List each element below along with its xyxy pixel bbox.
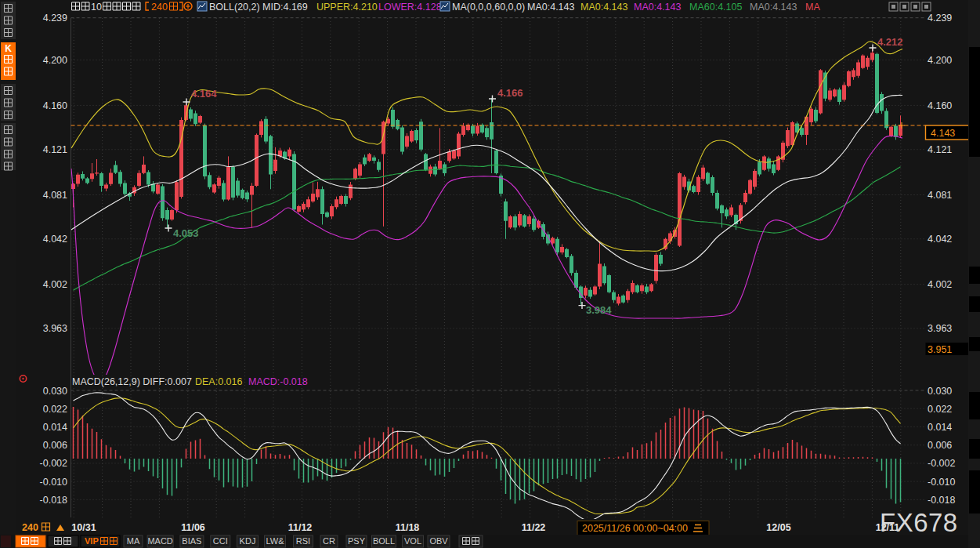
svg-text:MACD: MACD	[147, 536, 172, 546]
svg-text:-0.002: -0.002	[928, 458, 955, 469]
svg-text:LW&: LW&	[266, 536, 284, 546]
svg-text:VOL: VOL	[404, 536, 421, 546]
svg-text:-0.002: -0.002	[40, 458, 67, 469]
svg-text:LOWER:4.128: LOWER:4.128	[378, 2, 442, 13]
svg-text:0.022: 0.022	[43, 404, 67, 415]
svg-text:3.984: 3.984	[586, 304, 612, 316]
svg-text:MACD:-0.018: MACD:-0.018	[248, 376, 308, 387]
svg-text:CR: CR	[323, 536, 335, 546]
svg-text:11/12: 11/12	[288, 522, 313, 533]
svg-text:MA0:4.143: MA0:4.143	[750, 2, 797, 13]
svg-text:MA0:4.143: MA0:4.143	[580, 2, 628, 13]
svg-text:4.002: 4.002	[43, 279, 67, 290]
svg-text:0.022: 0.022	[928, 404, 952, 415]
svg-text:4.143: 4.143	[931, 128, 955, 139]
svg-text:0.014: 0.014	[43, 422, 67, 433]
svg-text:FX678: FX678	[880, 508, 958, 537]
svg-text:MACD(26,12,9) DIFF:0.007: MACD(26,12,9) DIFF:0.007	[72, 376, 192, 387]
svg-text:MA: MA	[805, 2, 820, 13]
svg-text:4.160: 4.160	[43, 100, 67, 111]
svg-text:4.200: 4.200	[928, 55, 952, 66]
svg-text:-0.018: -0.018	[928, 495, 955, 506]
svg-text:4.042: 4.042	[928, 234, 952, 245]
svg-text:-0.010: -0.010	[928, 477, 955, 488]
svg-text:4.081: 4.081	[928, 190, 952, 201]
svg-text:240: 240	[151, 2, 168, 13]
svg-text:3.963: 3.963	[43, 323, 67, 334]
svg-text:4.164: 4.164	[191, 88, 217, 100]
svg-text:0.030: 0.030	[43, 386, 67, 397]
svg-text:4.121: 4.121	[928, 144, 952, 155]
svg-text:4.160: 4.160	[928, 100, 952, 111]
svg-text:MA0:4.143: MA0:4.143	[527, 2, 575, 13]
svg-text:11/22: 11/22	[522, 522, 546, 533]
svg-text:BOLL(20,2) MID:4.169: BOLL(20,2) MID:4.169	[209, 2, 308, 13]
svg-text:4.239: 4.239	[928, 13, 952, 24]
svg-text:OBV: OBV	[429, 536, 448, 546]
svg-text:11/18: 11/18	[396, 522, 420, 533]
svg-text:BOLL: BOLL	[373, 536, 395, 546]
svg-text:VIP: VIP	[85, 536, 99, 546]
svg-text:MA0:4.143: MA0:4.143	[634, 2, 682, 13]
svg-text:DEA:0.016: DEA:0.016	[195, 376, 243, 387]
svg-text:11/06: 11/06	[181, 522, 205, 533]
svg-text:K: K	[5, 43, 12, 54]
svg-text:MA: MA	[127, 536, 140, 546]
svg-text:-0.010: -0.010	[40, 477, 67, 488]
svg-text:-0.018: -0.018	[40, 495, 67, 506]
svg-text:CCI: CCI	[213, 536, 228, 546]
svg-text:3.963: 3.963	[928, 323, 952, 334]
svg-text:3.951: 3.951	[928, 344, 952, 355]
svg-text:MA60:4.105: MA60:4.105	[689, 2, 742, 13]
svg-text:BIAS: BIAS	[182, 536, 201, 546]
svg-text:RSI: RSI	[296, 536, 310, 546]
svg-text:KDJ: KDJ	[240, 536, 256, 546]
svg-text:4.053: 4.053	[173, 227, 199, 239]
svg-text:12/05: 12/05	[766, 522, 790, 533]
svg-text:0.014: 0.014	[928, 422, 952, 433]
svg-text:4.121: 4.121	[43, 144, 67, 155]
svg-text:4.166: 4.166	[497, 87, 523, 99]
svg-text:4.200: 4.200	[43, 55, 67, 66]
svg-text:4.212: 4.212	[877, 36, 903, 48]
svg-text:MA(0,0,0,60,0,0): MA(0,0,0,60,0,0)	[452, 2, 525, 13]
svg-text:4.002: 4.002	[928, 279, 952, 290]
svg-text:4.239: 4.239	[43, 13, 67, 24]
svg-text:240: 240	[22, 522, 38, 533]
svg-text:0.006: 0.006	[43, 440, 67, 451]
svg-text:UPPER:4.210: UPPER:4.210	[316, 2, 378, 13]
svg-text:2025/11/26 00:00~04:00: 2025/11/26 00:00~04:00	[582, 523, 688, 534]
svg-text:0.030: 0.030	[928, 386, 952, 397]
svg-text:4.042: 4.042	[43, 234, 67, 245]
svg-text:PSY: PSY	[348, 536, 366, 546]
svg-text:0.006: 0.006	[928, 440, 952, 451]
svg-text:10: 10	[91, 2, 102, 13]
svg-text:4.081: 4.081	[43, 190, 67, 201]
svg-text:10/31: 10/31	[71, 522, 96, 533]
